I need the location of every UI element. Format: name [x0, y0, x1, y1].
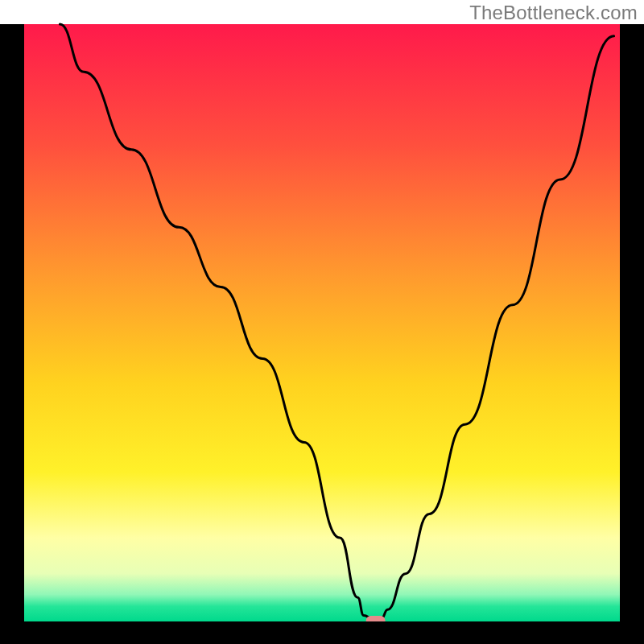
- frame-right: [620, 24, 644, 644]
- plot-background: [24, 24, 620, 621]
- frame-bottom: [0, 621, 644, 644]
- watermark-text: TheBottleneck.com: [469, 2, 638, 24]
- bottleneck-chart: [0, 0, 644, 644]
- frame-left: [0, 24, 24, 644]
- chart-container: TheBottleneck.com: [0, 0, 644, 644]
